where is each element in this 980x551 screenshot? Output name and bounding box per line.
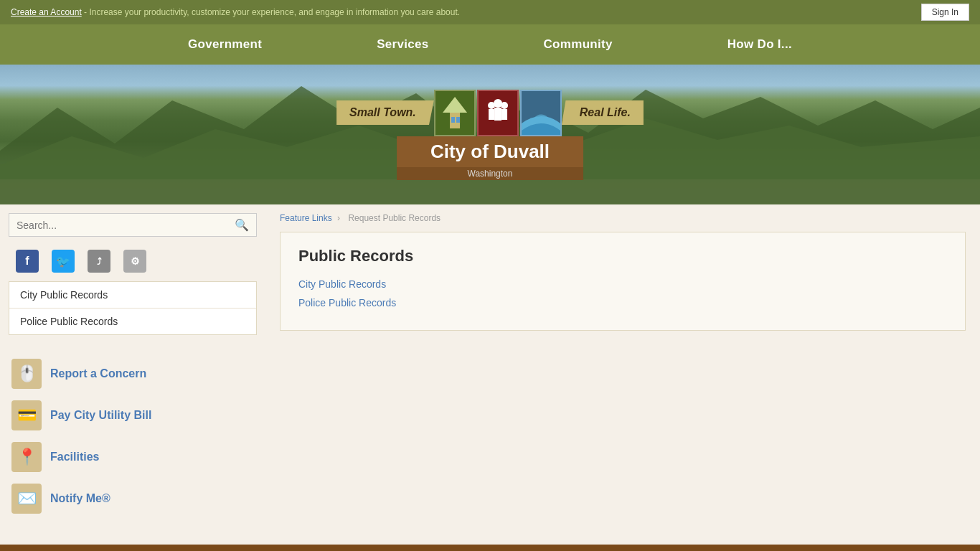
- content-area: Feature Links › Request Public Records P…: [265, 204, 980, 537]
- sidebar-nav: City Public Records Police Public Record…: [9, 281, 257, 335]
- banner-right-text: Real Life.: [562, 100, 644, 125]
- facebook-icon[interactable]: f: [16, 250, 39, 273]
- footer: City of Duvall Frequently Asked Question…: [0, 545, 980, 551]
- top-bar-text: - Increase your productivity, customize …: [82, 7, 460, 17]
- breadcrumb-separator: ›: [337, 213, 340, 223]
- breadcrumb: Feature Links › Request Public Records: [280, 213, 966, 223]
- share-icon[interactable]: ⤴: [88, 250, 110, 273]
- main-nav: Government Services Community How Do I..…: [0, 24, 980, 65]
- svg-point-13: [501, 102, 508, 109]
- sign-in-button[interactable]: Sign In: [921, 4, 969, 21]
- svg-rect-14: [501, 109, 507, 120]
- twitter-icon[interactable]: 🐦: [52, 250, 75, 273]
- svg-rect-2: [0, 179, 980, 204]
- create-account-link[interactable]: Create an Account: [11, 7, 82, 17]
- city-state: Washington: [397, 167, 583, 180]
- facilities-icon: 📍: [11, 442, 42, 472]
- logo-green-panel: [434, 90, 476, 136]
- svg-rect-6: [451, 117, 455, 123]
- notify-me-icon: ✉️: [11, 484, 42, 514]
- widget-notify-me[interactable]: ✉️ Notify Me®: [9, 478, 257, 519]
- social-bar: f 🐦 ⤴ ⚙: [9, 247, 257, 281]
- widget-report-concern[interactable]: 🖱️ Report a Concern: [9, 353, 257, 395]
- search-button[interactable]: 🔍: [235, 218, 249, 232]
- nav-item-community[interactable]: Community: [486, 24, 670, 65]
- city-name: City of Duvall: [397, 136, 583, 167]
- pay-bill-icon: 💳: [11, 400, 42, 430]
- nav-item-how-do-i[interactable]: How Do I...: [670, 24, 849, 65]
- report-concern-label: Report a Concern: [50, 367, 146, 380]
- police-public-records-link[interactable]: Police Public Records: [298, 297, 947, 309]
- nav-item-services[interactable]: Services: [319, 24, 486, 65]
- logo-red-panel: [477, 90, 519, 136]
- hero-overlay: Small Town.: [336, 90, 644, 180]
- page-title: Public Records: [298, 247, 947, 265]
- report-concern-icon: 🖱️: [11, 359, 42, 389]
- hero-banner: Small Town.: [0, 65, 980, 204]
- top-bar-message: Create an Account - Increase your produc…: [11, 7, 460, 17]
- city-public-records-link[interactable]: City Public Records: [298, 278, 947, 290]
- hero-title-banner: Small Town.: [336, 90, 644, 136]
- breadcrumb-current: Request Public Records: [348, 213, 440, 223]
- main-content: 🔍 f 🐦 ⤴ ⚙ City Public Records Police Pub…: [0, 204, 980, 537]
- svg-rect-12: [494, 108, 501, 121]
- breadcrumb-feature-links[interactable]: Feature Links: [280, 213, 332, 223]
- sidebar-widgets: 🖱️ Report a Concern 💳 Pay City Utility B…: [9, 349, 257, 523]
- city-logo: [434, 90, 562, 136]
- sidebar: 🔍 f 🐦 ⤴ ⚙ City Public Records Police Pub…: [0, 204, 265, 537]
- svg-rect-10: [489, 109, 494, 120]
- facilities-label: Facilities: [50, 451, 99, 463]
- settings-icon[interactable]: ⚙: [123, 250, 146, 273]
- top-bar: Create an Account - Increase your produc…: [0, 0, 980, 24]
- content-box: Public Records City Public Records Polic…: [280, 232, 966, 331]
- pay-bill-label: Pay City Utility Bill: [50, 409, 151, 422]
- nav-item-government[interactable]: Government: [131, 24, 319, 65]
- svg-rect-7: [456, 117, 460, 123]
- widget-facilities[interactable]: 📍 Facilities: [9, 436, 257, 478]
- sidebar-nav-city-records[interactable]: City Public Records: [9, 282, 256, 309]
- widget-pay-bill[interactable]: 💳 Pay City Utility Bill: [9, 395, 257, 436]
- search-box: 🔍: [9, 213, 257, 237]
- notify-me-label: Notify Me®: [50, 492, 110, 505]
- sidebar-nav-police-records[interactable]: Police Public Records: [9, 309, 256, 334]
- logo-blue-panel: [520, 90, 562, 136]
- banner-left-text: Small Town.: [336, 100, 434, 125]
- search-input[interactable]: [17, 220, 235, 231]
